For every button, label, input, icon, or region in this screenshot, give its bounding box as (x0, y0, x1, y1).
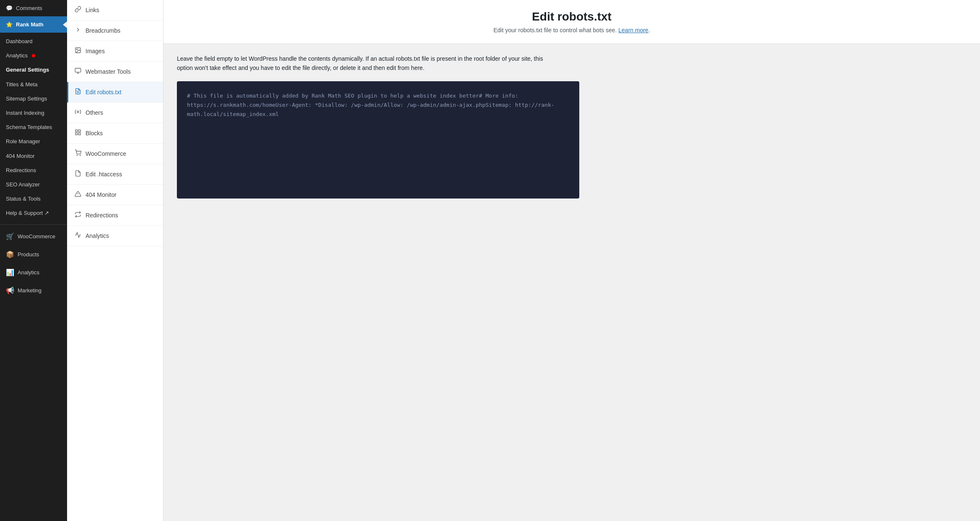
submenu-404-label: 404 Monitor (86, 191, 117, 198)
redirections-label: Redirections (6, 167, 36, 174)
svg-rect-11 (75, 133, 78, 135)
submenu-redirections[interactable]: Redirections (67, 205, 163, 226)
svg-rect-10 (78, 133, 80, 135)
webmaster-tools-icon (75, 67, 81, 76)
marketing-icon: 📢 (6, 286, 14, 294)
general-settings-label: General Settings (6, 66, 49, 74)
page-header: Edit robots.txt Edit your robots.txt fil… (163, 0, 980, 44)
edit-htaccess-icon (75, 170, 81, 178)
sidebar-item-sitemap-settings[interactable]: Sitemap Settings (0, 92, 67, 106)
svg-rect-8 (75, 130, 78, 132)
submenu-analytics[interactable]: Analytics (67, 226, 163, 246)
submenu-analytics-icon (75, 232, 81, 240)
dashboard-label: Dashboard (6, 38, 33, 45)
sidebar-item-seo-analyzer[interactable]: SEO Analyzer (0, 178, 67, 192)
breadcrumbs-label: Breadcrumbs (86, 27, 120, 34)
404-monitor-label: 404 Monitor (6, 152, 35, 160)
page-title: Edit robots.txt (177, 10, 967, 23)
sidebar-nav: Dashboard Analytics General Settings ◀ T… (0, 33, 67, 222)
comments-label: Comments (16, 5, 42, 11)
svg-point-1 (77, 49, 78, 50)
sidebar-item-marketing[interactable]: 📢 Marketing (0, 281, 67, 299)
submenu-analytics-label: Analytics (86, 232, 109, 239)
submenu-edit-robots[interactable]: Edit robots.txt (67, 82, 163, 103)
analytics-badge (32, 54, 35, 57)
edit-robots-label: Edit robots.txt (86, 89, 122, 95)
robots-content: # This file is automatically added by Ra… (187, 93, 555, 117)
sidebar-item-role-manager[interactable]: Role Manager (0, 134, 67, 149)
sidebar-item-titles-meta[interactable]: Titles & Meta (0, 77, 67, 92)
help-support-label: Help & Support ↗ (6, 209, 49, 217)
submenu-404-monitor[interactable]: 404 Monitor (67, 185, 163, 205)
svg-point-13 (80, 155, 80, 155)
blocks-icon (75, 129, 81, 137)
sidebar-item-woocommerce[interactable]: 🛒 WooCommerce (0, 227, 67, 245)
sidebar-item-general-settings[interactable]: General Settings ◀ (0, 63, 67, 77)
images-icon (75, 47, 81, 55)
sidebar: 💬 Comments ⭐ Rank Math Dashboard Analyti… (0, 0, 67, 521)
analytics-plugin-icon: 📊 (6, 268, 14, 276)
sidebar-item-help-support[interactable]: Help & Support ↗ (0, 206, 67, 220)
schema-templates-label: Schema Templates (6, 124, 52, 131)
role-manager-label: Role Manager (6, 138, 40, 145)
products-icon: 📦 (6, 250, 14, 258)
submenu-edit-htaccess[interactable]: Edit .htaccess (67, 164, 163, 185)
sidebar-item-dashboard[interactable]: Dashboard (0, 34, 67, 49)
submenu-404-icon (75, 191, 81, 199)
submenu-woocommerce[interactable]: WooCommerce (67, 144, 163, 164)
sidebar-item-404-monitor[interactable]: 404 Monitor (0, 149, 67, 163)
instant-indexing-label: Instant Indexing (6, 109, 44, 117)
others-label: Others (86, 109, 103, 116)
edit-robots-icon (75, 88, 81, 96)
images-label: Images (86, 48, 105, 54)
submenu-breadcrumbs[interactable]: Breadcrumbs (67, 21, 163, 41)
sitemap-settings-label: Sitemap Settings (6, 95, 47, 103)
sidebar-divider (0, 224, 67, 225)
submenu-others[interactable]: Others (67, 103, 163, 123)
comments-icon: 💬 (6, 5, 13, 11)
seo-analyzer-label: SEO Analyzer (6, 181, 40, 188)
main-content: Edit robots.txt Edit your robots.txt fil… (163, 0, 980, 521)
learn-more-link[interactable]: Learn more (618, 27, 648, 34)
sidebar-item-redirections[interactable]: Redirections (0, 163, 67, 178)
submenu-blocks[interactable]: Blocks (67, 123, 163, 144)
sidebar-item-analytics-plugin[interactable]: 📊 Analytics (0, 263, 67, 281)
others-icon (75, 108, 81, 117)
breadcrumbs-icon (75, 26, 81, 35)
analytics-label: Analytics (6, 52, 28, 59)
sidebar-item-products[interactable]: 📦 Products (0, 245, 67, 263)
page-body: Leave the field empty to let WordPress h… (163, 44, 980, 521)
woocommerce-label: WooCommerce (18, 233, 55, 240)
submenu-redirections-icon (75, 211, 81, 219)
sidebar-item-comments[interactable]: 💬 Comments (0, 0, 67, 16)
products-label: Products (18, 251, 39, 258)
submenu-links[interactable]: Links (67, 0, 163, 21)
submenu-redirections-label: Redirections (86, 212, 118, 219)
status-tools-label: Status & Tools (6, 195, 41, 203)
links-label: Links (86, 7, 99, 13)
sidebar-item-status-tools[interactable]: Status & Tools (0, 192, 67, 206)
edit-htaccess-label: Edit .htaccess (86, 171, 122, 178)
marketing-label: Marketing (18, 287, 41, 294)
svg-rect-2 (75, 68, 80, 72)
sidebar-item-analytics[interactable]: Analytics (0, 49, 67, 63)
page-subtitle: Edit your robots.txt file to control wha… (177, 27, 967, 34)
titles-meta-label: Titles & Meta (6, 81, 37, 88)
submenu-images[interactable]: Images (67, 41, 163, 62)
webmaster-tools-label: Webmaster Tools (86, 68, 131, 75)
robots-editor[interactable]: # This file is automatically added by Ra… (177, 81, 579, 199)
description-text: Leave the field empty to let WordPress h… (177, 54, 554, 73)
submenu-woocommerce-label: WooCommerce (86, 150, 126, 157)
woocommerce-icon: 🛒 (6, 232, 14, 240)
svg-rect-9 (78, 130, 80, 132)
sidebar-item-instant-indexing[interactable]: Instant Indexing (0, 106, 67, 120)
links-icon (75, 6, 81, 14)
submenu-panel: Links Breadcrumbs Images Webmaster Tools… (67, 0, 163, 521)
blocks-label: Blocks (86, 130, 103, 137)
analytics-plugin-label: Analytics (18, 269, 39, 276)
sidebar-item-schema-templates[interactable]: Schema Templates (0, 120, 67, 134)
sidebar-item-rankmath[interactable]: ⭐ Rank Math (0, 16, 67, 33)
submenu-webmaster-tools[interactable]: Webmaster Tools (67, 62, 163, 82)
submenu-woocommerce-icon (75, 150, 81, 158)
svg-point-12 (77, 155, 77, 155)
